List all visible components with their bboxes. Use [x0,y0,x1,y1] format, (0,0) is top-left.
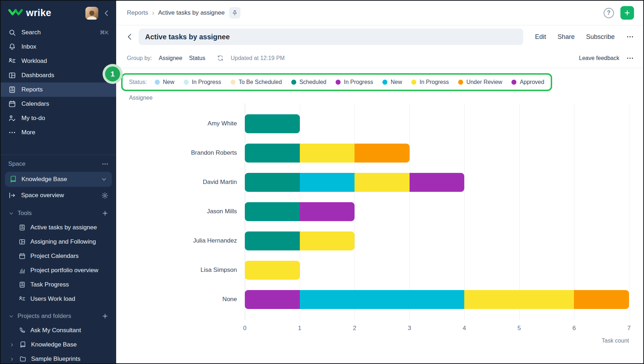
back-icon[interactable] [125,33,134,41]
sidebar-tool-item[interactable]: Project Calendars [1,249,116,263]
bar-segment-under-review[interactable] [355,144,410,163]
bar-segment-under-review[interactable] [574,290,629,309]
space-selector[interactable]: Knowledge Base [5,172,112,187]
sidebar-item-more[interactable]: More [1,125,116,140]
sidebar-tool-item[interactable]: Active tasks by assignee [1,220,116,235]
sidebar-item-search[interactable]: Search ⌘K [1,25,116,40]
sidebar-tool-item[interactable]: Task Progress [1,278,116,292]
sidebar-item-dashboards[interactable]: Dashboards [1,68,116,83]
sidebar-tool-item[interactable]: Users Work load [1,292,116,306]
group-by-status[interactable]: Status [189,55,205,61]
projects-header-label: Projects and folders [18,313,71,320]
add-tool-icon[interactable] [101,210,109,217]
breadcrumb-reports[interactable]: Reports [127,9,148,16]
x-tick-label: 5 [517,325,521,332]
legend-item-label: Approved [520,79,544,85]
sidebar-item-label: Workload [21,58,47,65]
space-overview-item[interactable]: Space overview [1,188,116,203]
bar-segment-in-progress[interactable] [300,144,355,163]
tools-header[interactable]: Tools [1,206,116,220]
sidebar-item-workload[interactable]: Workload [1,54,116,68]
title-more-icon[interactable] [626,33,634,41]
sidebar-tool-item[interactable]: Assigning and Following [1,235,116,249]
category-label: Brandon Roberts [127,138,245,168]
space-overview-label: Space overview [21,192,64,199]
share-button[interactable]: Share [558,33,575,41]
legend-color-dot [382,80,387,85]
bar-segment-new[interactable] [300,290,465,309]
refresh-icon[interactable] [217,55,224,61]
tool-item-label: Active tasks by assignee [30,224,97,231]
chevron-right-icon[interactable] [9,342,15,348]
user-avatar[interactable] [85,7,98,20]
group-by-assignee[interactable]: Assignee [159,55,182,61]
sidebar-item-label: More [21,129,35,136]
tools-header-label: Tools [18,210,32,217]
bar-segment-in-progress[interactable] [245,290,300,309]
bar-segment-in-progress[interactable] [300,202,355,221]
bar-row [245,168,629,197]
bar-segment-in-progress[interactable] [355,173,410,192]
dashboard-icon [19,238,26,245]
add-button[interactable] [620,6,634,20]
bar-segment-scheduled[interactable] [245,114,300,133]
bar-segment-scheduled[interactable] [245,202,300,221]
legend-color-dot [336,80,341,85]
collapse-sidebar-icon[interactable] [103,9,110,17]
bar-row [245,285,629,314]
sidebar-tool-item[interactable]: Project portfolio overview [1,263,116,278]
chevron-right-icon[interactable] [9,356,15,362]
group-by-label: Group by: [127,55,152,61]
bar-segment-scheduled[interactable] [245,144,300,163]
pin-icon [232,10,238,16]
sidebar-item-reports[interactable]: Reports [1,83,116,97]
tool-item-label: Users Work load [30,295,75,303]
chart-plot [245,103,629,320]
bar-segment-new[interactable] [300,173,355,192]
legend-items: NewIn ProgressTo Be ScheduledScheduledIn… [155,79,544,85]
legend-item: Under Review [458,79,502,85]
legend-item: In Progress [184,79,221,85]
subscribe-button[interactable]: Subscribe [586,33,615,41]
bar-row [245,226,629,255]
brand-name: wrike [26,8,51,19]
book-icon [19,341,26,348]
toolbar-more-icon[interactable] [626,54,634,62]
x-tick-label: 4 [463,325,466,332]
space-more-icon[interactable] [101,160,109,168]
leave-feedback-button[interactable]: Leave feedback [579,55,619,61]
dashboard-icon [8,71,16,79]
pin-button[interactable] [229,7,241,19]
sidebar-item-inbox[interactable]: Inbox [1,40,116,54]
sidebar-project-item[interactable]: Ask My Consultant [1,323,116,338]
title-row: Active tasks by assignee Edit Share Subs… [116,25,643,48]
bar-segment-scheduled[interactable] [245,231,300,250]
bar-segment-in-progress[interactable] [464,290,574,309]
bar-segment-scheduled[interactable] [245,173,300,192]
bar-segment-in-progress[interactable] [245,261,300,280]
add-project-icon[interactable] [101,313,109,320]
wrike-logo[interactable]: wrike [8,8,51,19]
edit-button[interactable]: Edit [535,33,546,41]
sidebar-item-calendars[interactable]: Calendars [1,97,116,111]
category-label: None [127,285,245,314]
bar-segment-in-progress[interactable] [300,231,355,250]
plus-icon [624,9,631,16]
legend-item: New [155,79,174,85]
report-title-input[interactable]: Active tasks by assignee [139,29,523,45]
gear-icon[interactable] [101,192,109,199]
x-tick-label: 7 [627,325,630,332]
help-icon[interactable]: ? [604,8,614,18]
category-label: Amy White [127,109,245,138]
bar-segment-approved[interactable] [410,173,465,192]
sidebar-project-item[interactable]: Sample Blueprints [1,352,116,363]
chevron-down-icon [8,313,14,319]
legend-color-dot [184,80,189,85]
sidebar-project-item[interactable]: Knowledge Base [1,338,116,352]
legend-item: In Progress [336,79,373,85]
x-tick-label: 2 [353,325,356,332]
legend-item-label: Scheduled [299,79,327,85]
projects-header[interactable]: Projects and folders [1,309,116,323]
tool-item-label: Project portfolio overview [30,267,98,274]
sidebar-item-my-to-do[interactable]: My to-do [1,111,116,125]
